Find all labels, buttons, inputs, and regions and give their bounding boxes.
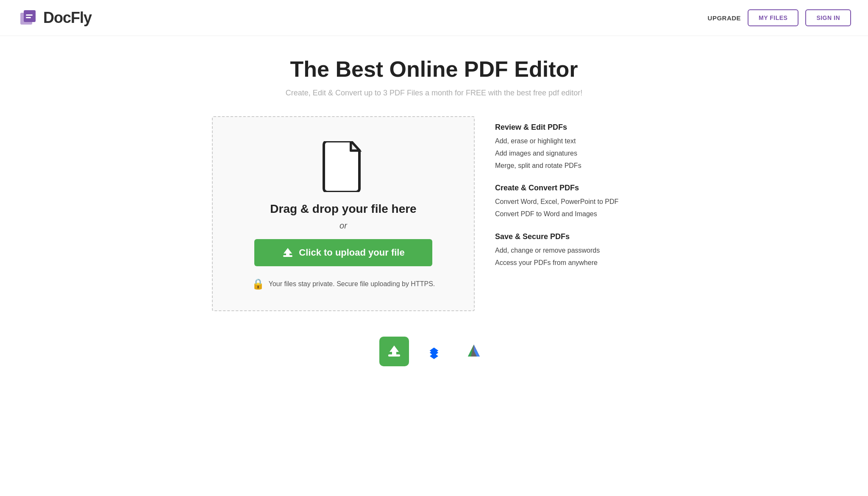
feature-group-create: Create & Convert PDFs Convert Word, Exce… [495,184,656,220]
upload-arrow-icon [282,247,294,259]
local-upload-icon [387,344,401,359]
svg-marker-7 [389,346,399,355]
svg-rect-2 [26,14,33,16]
features-panel: Review & Edit PDFs Add, erase or highlig… [495,116,656,281]
local-upload-icon-button[interactable] [379,337,409,366]
svg-rect-3 [26,17,31,18]
sign-in-button[interactable]: SIGN IN [805,9,851,26]
header-nav: UPGRADE MY FILES SIGN IN [708,9,851,26]
svg-rect-1 [24,10,36,22]
logo[interactable]: DocFly [17,7,92,29]
bottom-icons-row [0,328,868,383]
feature-item-4: Convert Word, Excel, PowerPoint to PDF [495,196,656,208]
security-text: Your files stay private. Secure file upl… [269,280,435,288]
feature-group-title-create: Create & Convert PDFs [495,184,656,192]
upload-file-button[interactable]: Click to upload your file [254,239,432,266]
feature-group-save: Save & Secure PDFs Add, change or remove… [495,232,656,269]
feature-item-5: Convert PDF to Word and Images [495,208,656,220]
or-divider-text: or [339,221,347,231]
dropbox-icon-button[interactable] [419,337,449,366]
upload-btn-label: Click to upload your file [299,247,404,258]
drag-drop-text: Drag & drop your file here [270,202,416,216]
upgrade-link[interactable]: UPGRADE [708,14,741,22]
feature-item-2: Add images and signatures [495,148,656,160]
feature-group-review: Review & Edit PDFs Add, erase or highlig… [495,123,656,172]
hero-section: The Best Online PDF Editor Create, Edit … [0,36,868,108]
feature-item-6: Add, change or remove passwords [495,245,656,257]
feature-item-1: Add, erase or highlight text [495,135,656,148]
security-note: 🔒 Your files stay private. Secure file u… [252,278,435,290]
main-content: Drag & drop your file here or Click to u… [137,108,731,328]
hero-title: The Best Online PDF Editor [17,56,851,82]
docfly-logo-icon [17,7,39,29]
lock-icon: 🔒 [252,278,264,290]
feature-group-title-review: Review & Edit PDFs [495,123,656,132]
header: DocFly UPGRADE MY FILES SIGN IN [0,0,868,36]
upload-zone[interactable]: Drag & drop your file here or Click to u… [212,116,475,311]
feature-item-7: Access your PDFs from anywhere [495,257,656,269]
hero-subtitle: Create, Edit & Convert up to 3 PDF Files… [17,89,851,98]
feature-item-3: Merge, split and rotate PDFs [495,160,656,172]
feature-group-title-save: Save & Secure PDFs [495,232,656,241]
svg-marker-5 [284,248,292,256]
svg-marker-18 [471,345,477,351]
my-files-button[interactable]: MY FILES [748,9,798,26]
svg-marker-12 [430,353,438,359]
google-drive-icon-button[interactable] [459,337,489,366]
file-document-icon [322,141,364,194]
google-drive-icon [465,343,482,360]
dropbox-icon [426,343,442,360]
logo-text: DocFly [43,9,92,27]
